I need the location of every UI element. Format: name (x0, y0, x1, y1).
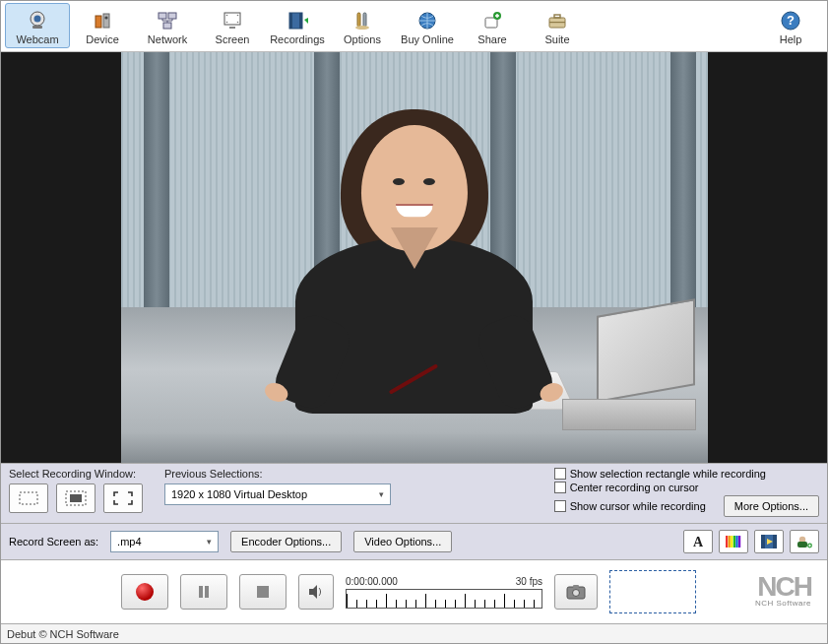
svg-rect-48 (205, 586, 209, 598)
overlay-tools: A (683, 530, 819, 553)
branding: NCH NCH Software (755, 576, 817, 607)
previous-selections-value: 1920 x 1080 Virtual Desktop (171, 488, 307, 500)
network-icon (156, 9, 179, 32)
svg-rect-7 (168, 13, 176, 19)
pause-button[interactable] (180, 574, 227, 610)
screen-icon (221, 9, 244, 32)
volume-button[interactable] (298, 574, 334, 610)
text-overlay-button[interactable]: A (683, 530, 713, 553)
toolbar-buy-online[interactable]: Buy Online (395, 3, 460, 48)
timeline-ruler[interactable] (346, 589, 542, 609)
toolbar-suite[interactable]: Suite (525, 3, 590, 48)
select-rectangle-button[interactable] (9, 483, 48, 513)
options-icon (350, 9, 374, 32)
recording-checkboxes-group: Show selection rectangle while recording… (554, 468, 819, 519)
webcam-icon (26, 9, 49, 32)
video-options-button[interactable]: Video Options... (353, 531, 452, 552)
svg-rect-37 (733, 536, 735, 547)
device-icon (91, 9, 114, 32)
status-bar: Debut © NCH Software (1, 623, 827, 643)
svg-rect-41 (761, 535, 765, 548)
select-window-button[interactable] (56, 483, 96, 513)
previous-selections-group: Previous Selections: 1920 x 1080 Virtual… (164, 468, 391, 505)
toolbar-recordings[interactable]: Recordings (265, 3, 330, 48)
webcam-overlay-button[interactable] (790, 530, 819, 553)
svg-rect-2 (32, 26, 42, 29)
main-toolbar: Webcam Device Network Screen Recordings … (1, 1, 827, 52)
svg-point-11 (226, 21, 228, 23)
svg-rect-4 (103, 14, 109, 28)
chevron-down-icon: ▾ (207, 537, 212, 547)
format-dropdown[interactable]: .mp4 ▾ (110, 531, 219, 552)
chevron-down-icon: ▾ (379, 489, 384, 499)
record-icon (136, 583, 154, 601)
checkbox-label: Show cursor while recording (570, 500, 706, 512)
transport-bar: 0:00:00.000 30 fps NCH NCH Software (1, 560, 827, 623)
timecode: 0:00:00.000 (346, 576, 398, 587)
toolbar-label: Recordings (270, 33, 325, 45)
svg-rect-19 (357, 13, 360, 27)
toolbar-options[interactable]: Options (330, 3, 395, 48)
timeline[interactable]: 0:00:00.000 30 fps (346, 576, 542, 609)
recordings-icon (286, 9, 309, 32)
watermark-button[interactable] (754, 530, 784, 553)
toolbar-device[interactable]: Device (70, 3, 135, 48)
center-on-cursor-checkbox[interactable] (554, 482, 566, 493)
svg-point-53 (573, 590, 580, 597)
svg-point-1 (34, 15, 41, 22)
show-cursor-checkbox[interactable] (554, 500, 566, 512)
svg-rect-45 (797, 542, 807, 547)
svg-point-5 (104, 16, 107, 19)
select-window-label: Select Recording Window: (9, 468, 143, 480)
svg-point-10 (226, 14, 228, 16)
color-bars-button[interactable] (719, 530, 748, 553)
svg-rect-6 (159, 13, 166, 19)
video-preview[interactable] (121, 52, 708, 463)
format-value: .mp4 (117, 536, 141, 547)
svg-text:?: ? (787, 13, 795, 28)
share-icon (480, 9, 504, 32)
svg-rect-30 (20, 492, 37, 504)
show-selection-rectangle-checkbox[interactable] (554, 468, 566, 480)
toolbar-webcam[interactable]: Webcam (5, 3, 70, 48)
svg-point-12 (237, 14, 239, 16)
svg-rect-35 (729, 536, 731, 547)
svg-rect-36 (731, 536, 732, 547)
svg-rect-38 (735, 536, 737, 547)
help-icon: ? (779, 9, 802, 32)
video-preview-area (1, 52, 827, 463)
checkbox-label: Center recording on cursor (570, 482, 699, 493)
toolbar-help[interactable]: ? Help (758, 3, 823, 48)
snapshot-thumbnail[interactable] (609, 570, 696, 613)
select-window-group: Select Recording Window: (9, 468, 143, 513)
record-as-label: Record Screen as: (9, 536, 98, 547)
toolbar-label: Help (780, 33, 802, 45)
svg-point-13 (237, 21, 239, 23)
record-button[interactable] (121, 574, 168, 610)
svg-rect-14 (229, 27, 235, 29)
checkbox-label: Show selection rectangle while recording (570, 468, 766, 480)
snapshot-button[interactable] (554, 574, 598, 610)
svg-rect-26 (554, 15, 560, 18)
svg-rect-49 (257, 586, 269, 598)
toolbar-share[interactable]: Share (460, 3, 525, 48)
svg-rect-34 (726, 536, 728, 547)
toolbar-label: Share (478, 33, 506, 45)
toolbar-network[interactable]: Network (135, 3, 200, 48)
stop-button[interactable] (239, 574, 287, 610)
svg-text:A: A (693, 535, 704, 549)
select-fullscreen-button[interactable] (103, 483, 143, 513)
encoder-options-button[interactable]: Encoder Options... (230, 531, 342, 552)
suite-icon (545, 9, 569, 32)
svg-rect-16 (289, 13, 292, 29)
svg-rect-32 (70, 494, 82, 502)
toolbar-label: Network (148, 33, 187, 45)
svg-rect-52 (573, 585, 579, 588)
logo-text: NCH (757, 576, 811, 598)
more-options-button[interactable]: More Options... (724, 495, 819, 517)
recording-options-panel: Select Recording Window: Previous Select… (1, 463, 827, 524)
toolbar-screen[interactable]: Screen (200, 3, 265, 48)
svg-rect-17 (299, 13, 302, 29)
toolbar-label: Suite (544, 33, 569, 45)
previous-selections-dropdown[interactable]: 1920 x 1080 Virtual Desktop ▾ (164, 483, 391, 505)
